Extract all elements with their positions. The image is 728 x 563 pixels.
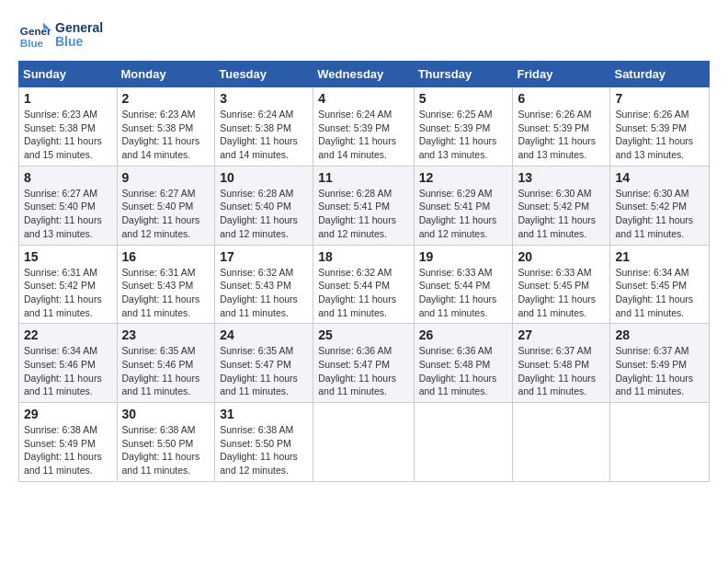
calendar-cell: 8 Sunrise: 6:27 AM Sunset: 5:40 PM Dayli…	[19, 166, 118, 245]
calendar-week-row: 22 Sunrise: 6:34 AM Sunset: 5:46 PM Dayl…	[19, 324, 710, 403]
calendar-cell: 20 Sunrise: 6:33 AM Sunset: 5:45 PM Dayl…	[513, 245, 610, 324]
day-of-week-header: Tuesday	[215, 62, 313, 87]
day-info: Sunrise: 6:38 AM Sunset: 5:50 PM Dayligh…	[122, 423, 210, 477]
day-number: 6	[518, 91, 605, 106]
day-info: Sunrise: 6:28 AM Sunset: 5:40 PM Dayligh…	[220, 187, 308, 241]
calendar-week-row: 29 Sunrise: 6:38 AM Sunset: 5:49 PM Dayl…	[19, 403, 710, 482]
day-number: 4	[318, 91, 408, 106]
day-info: Sunrise: 6:34 AM Sunset: 5:45 PM Dayligh…	[615, 266, 704, 320]
day-of-week-header: Sunday	[19, 62, 118, 87]
calendar-cell: 26 Sunrise: 6:36 AM Sunset: 5:48 PM Dayl…	[414, 324, 513, 403]
calendar-header-row: SundayMondayTuesdayWednesdayThursdayFrid…	[19, 62, 710, 87]
day-info: Sunrise: 6:35 AM Sunset: 5:46 PM Dayligh…	[122, 344, 210, 398]
day-info: Sunrise: 6:38 AM Sunset: 5:50 PM Dayligh…	[220, 423, 308, 477]
day-number: 20	[518, 249, 605, 264]
day-of-week-header: Thursday	[414, 62, 513, 87]
day-info: Sunrise: 6:31 AM Sunset: 5:42 PM Dayligh…	[24, 266, 112, 320]
day-info: Sunrise: 6:32 AM Sunset: 5:44 PM Dayligh…	[318, 266, 408, 320]
calendar-cell: 3 Sunrise: 6:24 AM Sunset: 5:38 PM Dayli…	[215, 87, 313, 167]
day-number: 2	[122, 91, 210, 106]
calendar-cell	[513, 403, 610, 482]
day-number: 16	[122, 249, 210, 264]
calendar-cell: 11 Sunrise: 6:28 AM Sunset: 5:41 PM Dayl…	[313, 166, 414, 245]
day-info: Sunrise: 6:27 AM Sunset: 5:40 PM Dayligh…	[122, 187, 210, 241]
day-number: 27	[518, 327, 605, 342]
day-info: Sunrise: 6:36 AM Sunset: 5:47 PM Dayligh…	[318, 344, 408, 398]
day-number: 31	[220, 407, 308, 421]
calendar-cell: 29 Sunrise: 6:38 AM Sunset: 5:49 PM Dayl…	[19, 403, 118, 482]
day-info: Sunrise: 6:36 AM Sunset: 5:48 PM Dayligh…	[419, 344, 508, 398]
calendar-cell: 28 Sunrise: 6:37 AM Sunset: 5:49 PM Dayl…	[610, 324, 710, 403]
calendar-cell: 12 Sunrise: 6:29 AM Sunset: 5:41 PM Dayl…	[414, 166, 513, 245]
day-number: 22	[24, 327, 112, 342]
calendar-cell: 22 Sunrise: 6:34 AM Sunset: 5:46 PM Dayl…	[19, 324, 118, 403]
day-number: 7	[615, 91, 704, 106]
calendar-week-row: 1 Sunrise: 6:23 AM Sunset: 5:38 PM Dayli…	[19, 87, 710, 167]
calendar-cell: 5 Sunrise: 6:25 AM Sunset: 5:39 PM Dayli…	[414, 87, 513, 167]
calendar-week-row: 15 Sunrise: 6:31 AM Sunset: 5:42 PM Dayl…	[19, 245, 710, 324]
calendar-cell: 10 Sunrise: 6:28 AM Sunset: 5:40 PM Dayl…	[215, 166, 313, 245]
calendar-cell: 24 Sunrise: 6:35 AM Sunset: 5:47 PM Dayl…	[215, 324, 313, 403]
day-info: Sunrise: 6:30 AM Sunset: 5:42 PM Dayligh…	[615, 187, 704, 241]
calendar-week-row: 8 Sunrise: 6:27 AM Sunset: 5:40 PM Dayli…	[19, 166, 710, 245]
calendar-cell: 6 Sunrise: 6:26 AM Sunset: 5:39 PM Dayli…	[513, 87, 610, 167]
calendar-cell: 14 Sunrise: 6:30 AM Sunset: 5:42 PM Dayl…	[610, 166, 710, 245]
day-info: Sunrise: 6:26 AM Sunset: 5:39 PM Dayligh…	[518, 108, 605, 162]
day-number: 3	[220, 91, 308, 106]
day-number: 23	[122, 327, 210, 342]
day-info: Sunrise: 6:27 AM Sunset: 5:40 PM Dayligh…	[24, 187, 112, 241]
day-info: Sunrise: 6:28 AM Sunset: 5:41 PM Dayligh…	[318, 187, 408, 241]
calendar-cell	[610, 403, 710, 482]
calendar-cell	[414, 403, 513, 482]
calendar-cell: 16 Sunrise: 6:31 AM Sunset: 5:43 PM Dayl…	[117, 245, 215, 324]
day-number: 15	[24, 249, 112, 264]
logo: General Blue General Blue	[18, 18, 103, 52]
day-number: 5	[419, 91, 508, 106]
day-number: 1	[24, 91, 112, 106]
day-info: Sunrise: 6:29 AM Sunset: 5:41 PM Dayligh…	[419, 187, 508, 241]
calendar-cell: 21 Sunrise: 6:34 AM Sunset: 5:45 PM Dayl…	[610, 245, 710, 324]
calendar-cell	[313, 403, 414, 482]
day-info: Sunrise: 6:23 AM Sunset: 5:38 PM Dayligh…	[24, 108, 112, 162]
calendar-cell: 15 Sunrise: 6:31 AM Sunset: 5:42 PM Dayl…	[19, 245, 118, 324]
day-number: 29	[24, 407, 112, 421]
day-number: 9	[122, 170, 210, 185]
calendar-cell: 13 Sunrise: 6:30 AM Sunset: 5:42 PM Dayl…	[513, 166, 610, 245]
day-info: Sunrise: 6:33 AM Sunset: 5:45 PM Dayligh…	[518, 266, 605, 320]
day-info: Sunrise: 6:33 AM Sunset: 5:44 PM Dayligh…	[419, 266, 508, 320]
calendar-cell: 1 Sunrise: 6:23 AM Sunset: 5:38 PM Dayli…	[19, 87, 118, 167]
day-info: Sunrise: 6:37 AM Sunset: 5:49 PM Dayligh…	[615, 344, 704, 398]
day-info: Sunrise: 6:34 AM Sunset: 5:46 PM Dayligh…	[24, 344, 112, 398]
day-info: Sunrise: 6:23 AM Sunset: 5:38 PM Dayligh…	[122, 108, 210, 162]
calendar-body: 1 Sunrise: 6:23 AM Sunset: 5:38 PM Dayli…	[19, 87, 710, 482]
day-number: 13	[518, 170, 605, 185]
day-number: 25	[318, 327, 408, 342]
calendar-cell: 18 Sunrise: 6:32 AM Sunset: 5:44 PM Dayl…	[313, 245, 414, 324]
calendar-cell: 19 Sunrise: 6:33 AM Sunset: 5:44 PM Dayl…	[414, 245, 513, 324]
calendar-cell: 31 Sunrise: 6:38 AM Sunset: 5:50 PM Dayl…	[215, 403, 313, 482]
calendar-cell: 7 Sunrise: 6:26 AM Sunset: 5:39 PM Dayli…	[610, 87, 710, 167]
day-info: Sunrise: 6:30 AM Sunset: 5:42 PM Dayligh…	[518, 187, 605, 241]
day-of-week-header: Monday	[117, 62, 215, 87]
calendar-cell: 4 Sunrise: 6:24 AM Sunset: 5:39 PM Dayli…	[313, 87, 414, 167]
calendar-cell: 30 Sunrise: 6:38 AM Sunset: 5:50 PM Dayl…	[117, 403, 215, 482]
day-number: 24	[220, 327, 308, 342]
page-header: General Blue General Blue	[18, 18, 710, 52]
calendar-cell: 2 Sunrise: 6:23 AM Sunset: 5:38 PM Dayli…	[117, 87, 215, 167]
day-info: Sunrise: 6:37 AM Sunset: 5:48 PM Dayligh…	[518, 344, 605, 398]
day-info: Sunrise: 6:35 AM Sunset: 5:47 PM Dayligh…	[220, 344, 308, 398]
calendar-cell: 27 Sunrise: 6:37 AM Sunset: 5:48 PM Dayl…	[513, 324, 610, 403]
day-info: Sunrise: 6:24 AM Sunset: 5:39 PM Dayligh…	[318, 108, 408, 162]
day-number: 28	[615, 327, 704, 342]
day-of-week-header: Wednesday	[313, 62, 414, 87]
day-info: Sunrise: 6:38 AM Sunset: 5:49 PM Dayligh…	[24, 423, 112, 477]
day-of-week-header: Saturday	[610, 62, 710, 87]
day-number: 21	[615, 249, 704, 264]
day-number: 10	[220, 170, 308, 185]
day-number: 17	[220, 249, 308, 264]
day-number: 11	[318, 170, 408, 185]
calendar-table: SundayMondayTuesdayWednesdayThursdayFrid…	[18, 61, 710, 482]
calendar-cell: 23 Sunrise: 6:35 AM Sunset: 5:46 PM Dayl…	[117, 324, 215, 403]
svg-text:Blue: Blue	[20, 37, 44, 49]
day-info: Sunrise: 6:25 AM Sunset: 5:39 PM Dayligh…	[419, 108, 508, 162]
